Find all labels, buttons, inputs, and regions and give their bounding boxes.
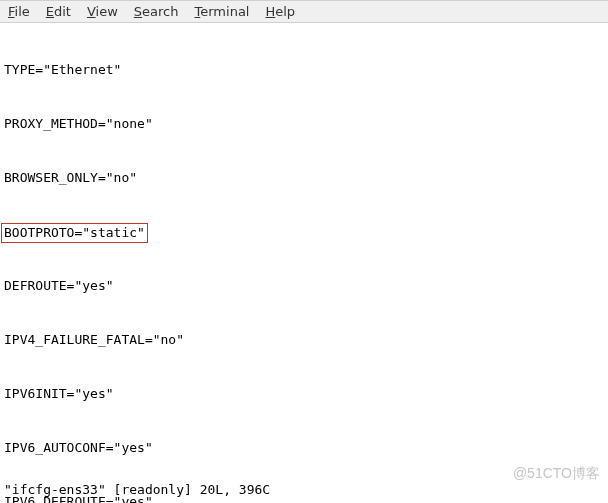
config-line: IPV6_AUTOCONF="yes" [4, 439, 604, 457]
vim-status-line: "ifcfg-ens33" [readonly] 20L, 396C [4, 482, 270, 497]
config-line: IPV6INIT="yes" [4, 385, 604, 403]
highlight-bootproto: BOOTPROTO="static" [1, 223, 148, 243]
config-line: DEFROUTE="yes" [4, 277, 604, 295]
config-line: TYPE="Ethernet" [4, 61, 604, 79]
menubar: File Edit View Search Terminal Help [0, 0, 608, 23]
editor-area[interactable]: TYPE="Ethernet" PROXY_METHOD="none" BROW… [0, 23, 608, 503]
watermark: @51CTO博客 [513, 465, 600, 483]
config-line: BOOTPROTO="static" [4, 223, 604, 241]
menu-view[interactable]: View [87, 4, 118, 19]
menu-search[interactable]: Search [134, 4, 179, 19]
config-line: PROXY_METHOD="none" [4, 115, 604, 133]
menu-edit[interactable]: Edit [46, 4, 71, 19]
config-line: IPV4_FAILURE_FATAL="no" [4, 331, 604, 349]
config-line: BROWSER_ONLY="no" [4, 169, 604, 187]
menu-terminal[interactable]: Terminal [195, 4, 250, 19]
menu-file[interactable]: File [8, 4, 30, 19]
menu-help[interactable]: Help [265, 4, 295, 19]
